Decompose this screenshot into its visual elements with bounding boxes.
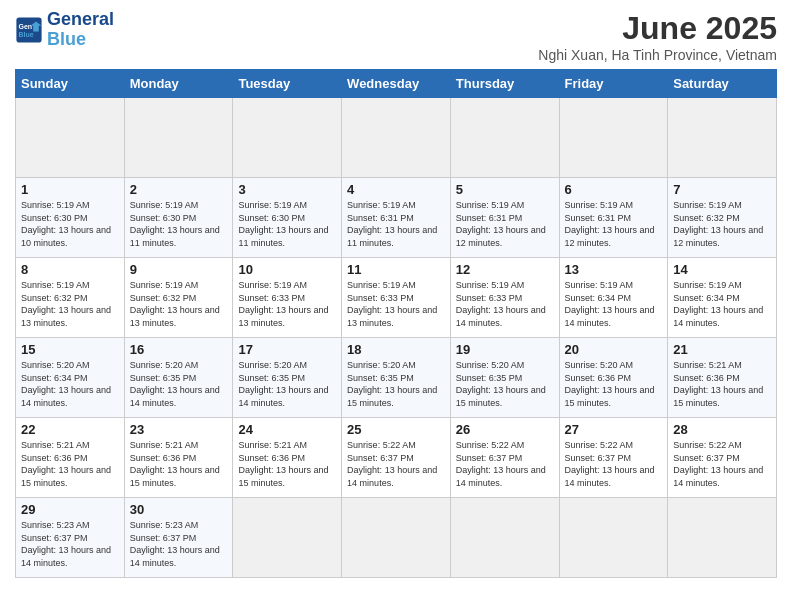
calendar-cell: 10Sunrise: 5:19 AMSunset: 6:33 PMDayligh… xyxy=(233,258,342,338)
calendar-cell xyxy=(342,498,451,578)
calendar-cell xyxy=(233,98,342,178)
calendar-cell xyxy=(668,498,777,578)
header-row: Sunday Monday Tuesday Wednesday Thursday… xyxy=(16,70,777,98)
calendar-cell xyxy=(233,498,342,578)
day-number: 20 xyxy=(565,342,663,357)
day-number: 10 xyxy=(238,262,336,277)
day-detail: Sunrise: 5:19 AMSunset: 6:31 PMDaylight:… xyxy=(347,199,445,249)
day-detail: Sunrise: 5:20 AMSunset: 6:35 PMDaylight:… xyxy=(238,359,336,409)
calendar-cell xyxy=(450,98,559,178)
day-number: 6 xyxy=(565,182,663,197)
day-detail: Sunrise: 5:22 AMSunset: 6:37 PMDaylight:… xyxy=(565,439,663,489)
day-number: 2 xyxy=(130,182,228,197)
calendar-cell: 25Sunrise: 5:22 AMSunset: 6:37 PMDayligh… xyxy=(342,418,451,498)
day-detail: Sunrise: 5:19 AMSunset: 6:30 PMDaylight:… xyxy=(130,199,228,249)
calendar-cell: 28Sunrise: 5:22 AMSunset: 6:37 PMDayligh… xyxy=(668,418,777,498)
day-number: 16 xyxy=(130,342,228,357)
day-detail: Sunrise: 5:19 AMSunset: 6:34 PMDaylight:… xyxy=(673,279,771,329)
title-area: June 2025 Nghi Xuan, Ha Tinh Province, V… xyxy=(538,10,777,63)
calendar-cell: 30Sunrise: 5:23 AMSunset: 6:37 PMDayligh… xyxy=(124,498,233,578)
calendar-cell: 27Sunrise: 5:22 AMSunset: 6:37 PMDayligh… xyxy=(559,418,668,498)
day-detail: Sunrise: 5:19 AMSunset: 6:33 PMDaylight:… xyxy=(238,279,336,329)
calendar-cell xyxy=(124,98,233,178)
col-tuesday: Tuesday xyxy=(233,70,342,98)
day-number: 28 xyxy=(673,422,771,437)
logo-line2: Blue xyxy=(47,29,86,49)
day-number: 7 xyxy=(673,182,771,197)
day-number: 8 xyxy=(21,262,119,277)
calendar-week-2: 8Sunrise: 5:19 AMSunset: 6:32 PMDaylight… xyxy=(16,258,777,338)
day-detail: Sunrise: 5:20 AMSunset: 6:34 PMDaylight:… xyxy=(21,359,119,409)
calendar-cell: 1Sunrise: 5:19 AMSunset: 6:30 PMDaylight… xyxy=(16,178,125,258)
calendar-cell: 17Sunrise: 5:20 AMSunset: 6:35 PMDayligh… xyxy=(233,338,342,418)
calendar-cell: 18Sunrise: 5:20 AMSunset: 6:35 PMDayligh… xyxy=(342,338,451,418)
calendar-cell: 16Sunrise: 5:20 AMSunset: 6:35 PMDayligh… xyxy=(124,338,233,418)
day-detail: Sunrise: 5:21 AMSunset: 6:36 PMDaylight:… xyxy=(21,439,119,489)
col-thursday: Thursday xyxy=(450,70,559,98)
calendar-cell xyxy=(559,98,668,178)
calendar-table: Sunday Monday Tuesday Wednesday Thursday… xyxy=(15,69,777,578)
day-number: 25 xyxy=(347,422,445,437)
calendar-cell: 2Sunrise: 5:19 AMSunset: 6:30 PMDaylight… xyxy=(124,178,233,258)
day-detail: Sunrise: 5:22 AMSunset: 6:37 PMDaylight:… xyxy=(347,439,445,489)
day-detail: Sunrise: 5:19 AMSunset: 6:34 PMDaylight:… xyxy=(565,279,663,329)
day-number: 23 xyxy=(130,422,228,437)
col-saturday: Saturday xyxy=(668,70,777,98)
calendar-cell: 24Sunrise: 5:21 AMSunset: 6:36 PMDayligh… xyxy=(233,418,342,498)
calendar-week-0 xyxy=(16,98,777,178)
day-detail: Sunrise: 5:19 AMSunset: 6:31 PMDaylight:… xyxy=(565,199,663,249)
day-detail: Sunrise: 5:21 AMSunset: 6:36 PMDaylight:… xyxy=(673,359,771,409)
logo-text: General Blue xyxy=(47,10,114,50)
col-wednesday: Wednesday xyxy=(342,70,451,98)
calendar-week-5: 29Sunrise: 5:23 AMSunset: 6:37 PMDayligh… xyxy=(16,498,777,578)
logo-icon: Gen Blue xyxy=(15,16,43,44)
calendar-cell: 3Sunrise: 5:19 AMSunset: 6:30 PMDaylight… xyxy=(233,178,342,258)
col-friday: Friday xyxy=(559,70,668,98)
calendar-week-4: 22Sunrise: 5:21 AMSunset: 6:36 PMDayligh… xyxy=(16,418,777,498)
calendar-cell: 21Sunrise: 5:21 AMSunset: 6:36 PMDayligh… xyxy=(668,338,777,418)
day-number: 30 xyxy=(130,502,228,517)
day-detail: Sunrise: 5:19 AMSunset: 6:33 PMDaylight:… xyxy=(456,279,554,329)
day-detail: Sunrise: 5:19 AMSunset: 6:32 PMDaylight:… xyxy=(130,279,228,329)
calendar-cell: 8Sunrise: 5:19 AMSunset: 6:32 PMDaylight… xyxy=(16,258,125,338)
day-number: 15 xyxy=(21,342,119,357)
day-number: 9 xyxy=(130,262,228,277)
day-detail: Sunrise: 5:20 AMSunset: 6:35 PMDaylight:… xyxy=(130,359,228,409)
day-detail: Sunrise: 5:19 AMSunset: 6:31 PMDaylight:… xyxy=(456,199,554,249)
calendar-cell: 9Sunrise: 5:19 AMSunset: 6:32 PMDaylight… xyxy=(124,258,233,338)
calendar-week-1: 1Sunrise: 5:19 AMSunset: 6:30 PMDaylight… xyxy=(16,178,777,258)
day-number: 18 xyxy=(347,342,445,357)
svg-text:Blue: Blue xyxy=(19,31,34,38)
day-detail: Sunrise: 5:19 AMSunset: 6:32 PMDaylight:… xyxy=(21,279,119,329)
day-number: 14 xyxy=(673,262,771,277)
day-number: 22 xyxy=(21,422,119,437)
day-detail: Sunrise: 5:22 AMSunset: 6:37 PMDaylight:… xyxy=(673,439,771,489)
col-sunday: Sunday xyxy=(16,70,125,98)
calendar-cell: 7Sunrise: 5:19 AMSunset: 6:32 PMDaylight… xyxy=(668,178,777,258)
calendar-cell: 20Sunrise: 5:20 AMSunset: 6:36 PMDayligh… xyxy=(559,338,668,418)
col-monday: Monday xyxy=(124,70,233,98)
calendar-title: June 2025 xyxy=(538,10,777,47)
day-number: 17 xyxy=(238,342,336,357)
day-number: 26 xyxy=(456,422,554,437)
calendar-week-3: 15Sunrise: 5:20 AMSunset: 6:34 PMDayligh… xyxy=(16,338,777,418)
day-detail: Sunrise: 5:22 AMSunset: 6:37 PMDaylight:… xyxy=(456,439,554,489)
day-number: 3 xyxy=(238,182,336,197)
day-detail: Sunrise: 5:19 AMSunset: 6:30 PMDaylight:… xyxy=(238,199,336,249)
day-detail: Sunrise: 5:20 AMSunset: 6:35 PMDaylight:… xyxy=(456,359,554,409)
day-detail: Sunrise: 5:21 AMSunset: 6:36 PMDaylight:… xyxy=(238,439,336,489)
calendar-cell: 13Sunrise: 5:19 AMSunset: 6:34 PMDayligh… xyxy=(559,258,668,338)
day-number: 27 xyxy=(565,422,663,437)
calendar-cell: 22Sunrise: 5:21 AMSunset: 6:36 PMDayligh… xyxy=(16,418,125,498)
day-number: 5 xyxy=(456,182,554,197)
day-number: 24 xyxy=(238,422,336,437)
calendar-body: 1Sunrise: 5:19 AMSunset: 6:30 PMDaylight… xyxy=(16,98,777,578)
calendar-cell: 26Sunrise: 5:22 AMSunset: 6:37 PMDayligh… xyxy=(450,418,559,498)
day-number: 4 xyxy=(347,182,445,197)
calendar-cell xyxy=(559,498,668,578)
calendar-cell: 11Sunrise: 5:19 AMSunset: 6:33 PMDayligh… xyxy=(342,258,451,338)
day-number: 13 xyxy=(565,262,663,277)
day-detail: Sunrise: 5:21 AMSunset: 6:36 PMDaylight:… xyxy=(130,439,228,489)
day-number: 11 xyxy=(347,262,445,277)
day-number: 12 xyxy=(456,262,554,277)
